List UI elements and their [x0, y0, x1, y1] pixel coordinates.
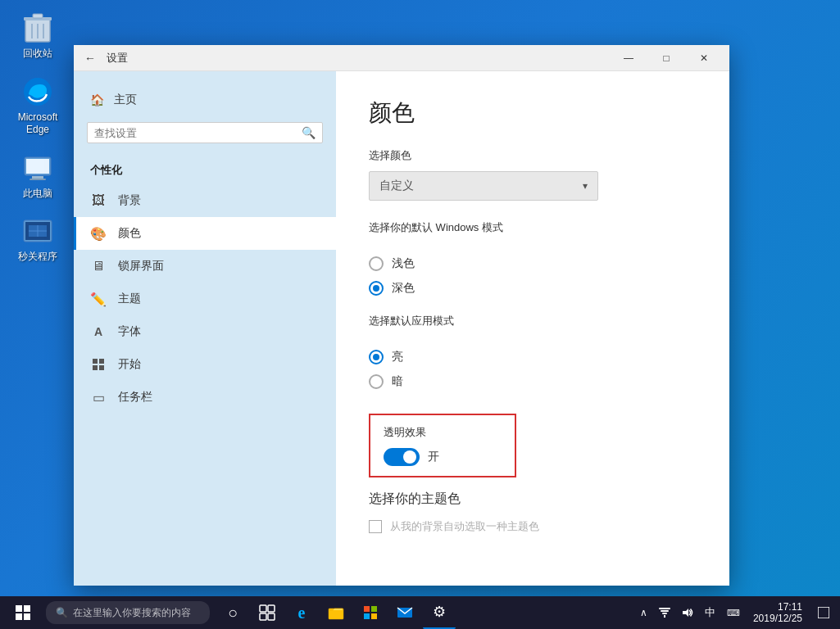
radio-light-app[interactable]: 亮 — [369, 345, 697, 369]
color-label: 颜色 — [118, 226, 141, 241]
svg-rect-36 — [661, 610, 669, 612]
svg-rect-30 — [371, 606, 377, 612]
transparency-label: 透明效果 — [384, 425, 502, 440]
start-button[interactable] — [3, 596, 43, 629]
svg-rect-31 — [364, 613, 370, 619]
sidebar-item-lockscreen[interactable]: 🖥 锁屏界面 — [74, 250, 336, 283]
theme-color-title: 选择你的主题色 — [369, 491, 697, 508]
minimize-button[interactable]: — — [610, 45, 647, 71]
search-input[interactable] — [94, 127, 302, 139]
search-icon: 🔍 — [302, 126, 316, 139]
auto-color-checkbox[interactable] — [369, 520, 382, 533]
start-label: 开始 — [118, 357, 141, 372]
recycle-bin-icon — [21, 11, 54, 44]
dropdown-value: 自定义 — [379, 179, 414, 193]
theme-label: 主题 — [118, 292, 141, 306]
transparency-box: 透明效果 开 — [369, 414, 516, 477]
computer-label: 此电脑 — [23, 188, 52, 201]
radio-dark-circle — [369, 281, 384, 296]
radio-dark-label: 深色 — [392, 281, 415, 296]
radio-dark-app-circle — [369, 374, 384, 389]
radio-dark[interactable]: 深色 — [369, 276, 697, 301]
svg-rect-39 — [818, 607, 829, 618]
taskbar-mail[interactable] — [388, 596, 421, 629]
desktop-icon-quick[interactable]: 秒关程序 — [8, 211, 67, 267]
sidebar-item-taskbar[interactable]: ▭ 任务栏 — [74, 381, 336, 414]
toggle-thumb — [403, 450, 416, 464]
sidebar-item-start[interactable]: 开始 — [74, 348, 336, 381]
svg-rect-9 — [32, 176, 43, 179]
taskbar-explorer[interactable] — [320, 596, 352, 629]
search-box[interactable]: 🔍 — [87, 122, 323, 143]
radio-light-circle — [369, 256, 384, 271]
sidebar-item-font[interactable]: A 字体 — [74, 315, 336, 348]
theme-icon: ✏️ — [90, 291, 107, 307]
taskbar-items: ○ e — [216, 596, 635, 629]
ime-indicator[interactable]: ⌨ — [722, 596, 745, 629]
close-button[interactable]: ✕ — [685, 45, 723, 71]
desktop-icon-recycle[interactable]: 回收站 — [8, 8, 67, 64]
svg-rect-24 — [260, 605, 266, 612]
desktop-icon-edge[interactable]: Microsoft Edge — [8, 72, 67, 140]
background-label: 背景 — [118, 193, 141, 208]
system-tray: ∧ 中 ⌨ 17:11 2019/12/25 — [635, 596, 837, 629]
taskbar-search[interactable]: 🔍 在这里输入你要搜索的内容 — [46, 601, 210, 624]
auto-color-row[interactable]: 从我的背景自动选取一种主题色 — [369, 519, 697, 534]
svg-rect-10 — [30, 179, 46, 180]
radio-light-app-circle — [369, 350, 384, 364]
app-mode-label: 选择默认应用模式 — [369, 314, 697, 328]
volume-icon[interactable] — [677, 596, 698, 629]
language-indicator[interactable]: 中 — [700, 596, 720, 629]
network-icon[interactable] — [654, 596, 675, 629]
svg-rect-32 — [371, 613, 377, 619]
taskbar-taskview[interactable] — [251, 596, 284, 629]
taskbar-settings[interactable]: ⚙ — [423, 596, 456, 629]
color-section-label: 选择颜色 — [369, 148, 697, 163]
svg-rect-8 — [26, 159, 49, 174]
svg-rect-17 — [99, 359, 104, 364]
transparency-toggle[interactable] — [384, 448, 420, 466]
computer-icon — [21, 152, 54, 184]
edge-label: Microsoft Edge — [11, 111, 64, 137]
window-controls: — □ ✕ — [610, 45, 723, 71]
toggle-row: 开 — [384, 448, 502, 466]
taskbar-cortana[interactable]: ○ — [216, 596, 249, 629]
radio-light[interactable]: 浅色 — [369, 251, 697, 276]
color-dropdown[interactable]: 自定义 ▾ — [369, 171, 598, 201]
svg-rect-23 — [24, 613, 30, 620]
page-title: 颜色 — [369, 97, 697, 129]
sidebar: 🏠 主页 🔍 个性化 🖼 背景 🎨 颜色 🖥 — [74, 71, 336, 586]
clock-date: 2019/12/25 — [753, 613, 802, 624]
radio-dark-app-label: 暗 — [392, 374, 403, 389]
home-label: 主页 — [114, 93, 137, 107]
desktop-icon-computer[interactable]: 此电脑 — [8, 148, 67, 204]
taskbar-store[interactable] — [354, 596, 387, 629]
taskbar-icon: ▭ — [90, 389, 107, 405]
app-mode-group: 亮 暗 — [369, 345, 697, 394]
font-label: 字体 — [118, 324, 141, 339]
system-chevron[interactable]: ∧ — [635, 596, 652, 629]
settings-window: ← 设置 — □ ✕ 🏠 主页 🔍 个性化 — [74, 45, 729, 586]
sidebar-home[interactable]: 🏠 主页 — [74, 84, 336, 115]
sidebar-item-color[interactable]: 🎨 颜色 — [74, 217, 336, 250]
title-bar: ← 设置 — □ ✕ — [74, 45, 729, 71]
maximize-button[interactable]: □ — [647, 45, 685, 71]
svg-rect-26 — [260, 613, 266, 620]
notification-button[interactable] — [810, 596, 837, 629]
recycle-bin-label: 回收站 — [23, 48, 52, 61]
back-button[interactable]: ← — [80, 48, 100, 68]
svg-rect-21 — [24, 605, 30, 612]
dropdown-arrow-icon: ▾ — [583, 180, 588, 192]
sidebar-item-theme[interactable]: ✏️ 主题 — [74, 283, 336, 315]
taskbar-edge[interactable]: e — [285, 596, 318, 629]
radio-dark-app[interactable]: 暗 — [369, 369, 697, 394]
clock-time: 17:11 — [778, 601, 802, 613]
color-icon: 🎨 — [90, 225, 107, 242]
clock[interactable]: 17:11 2019/12/25 — [747, 600, 809, 626]
svg-rect-2 — [33, 14, 43, 18]
sidebar-item-background[interactable]: 🖼 背景 — [74, 184, 336, 217]
svg-rect-18 — [93, 365, 98, 370]
background-icon: 🖼 — [90, 192, 107, 209]
svg-rect-37 — [659, 608, 670, 609]
svg-rect-27 — [268, 613, 275, 620]
